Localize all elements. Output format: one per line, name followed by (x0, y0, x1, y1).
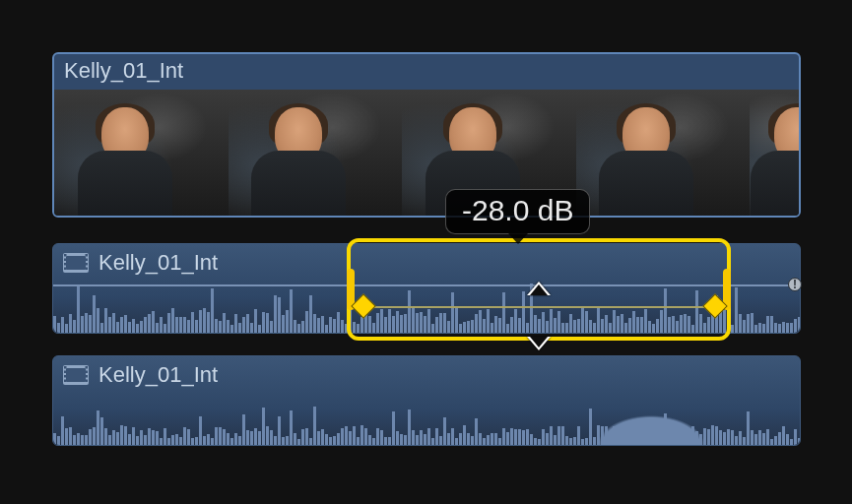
waveform-peak (580, 388, 738, 445)
svg-rect-9 (86, 268, 89, 271)
audio-clip-title: Kelly_01_Int (98, 250, 218, 276)
svg-rect-18 (86, 375, 89, 378)
svg-rect-15 (64, 380, 67, 383)
video-clip[interactable]: Kelly_01_Int (52, 52, 801, 218)
svg-rect-11 (66, 368, 86, 382)
audio-clip-header: Kelly_01_Int (53, 244, 800, 276)
svg-rect-8 (86, 263, 89, 266)
filmstrip-icon (63, 253, 89, 273)
svg-rect-7 (86, 259, 89, 262)
video-thumbnail (54, 90, 229, 216)
video-thumbnail (229, 90, 403, 216)
filmstrip-icon (63, 365, 89, 385)
svg-rect-1 (66, 256, 86, 270)
audio-clip-header: Kelly_01_Int (53, 356, 800, 388)
volume-level-line[interactable] (359, 306, 719, 308)
volume-nudge-down-icon[interactable] (527, 337, 551, 350)
volume-tooltip-value: -28.0 dB (462, 194, 573, 226)
audio-baseline (53, 284, 800, 286)
svg-rect-4 (64, 263, 67, 266)
svg-rect-2 (64, 254, 67, 257)
svg-rect-3 (64, 259, 67, 262)
svg-rect-17 (86, 371, 89, 374)
svg-rect-19 (86, 380, 89, 383)
svg-rect-12 (64, 366, 67, 369)
video-thumbnail (750, 90, 799, 216)
svg-rect-14 (64, 375, 67, 378)
svg-rect-6 (86, 254, 89, 257)
video-thumbnail-strip (54, 90, 799, 216)
timeline-segment: Kelly_01_Int Kelly_01_Int (52, 52, 801, 446)
audio-clip-title: Kelly_01_Int (98, 362, 218, 388)
volume-tooltip: -28.0 dB (445, 189, 590, 234)
svg-rect-16 (86, 366, 89, 369)
svg-rect-5 (64, 268, 67, 271)
video-thumbnail (576, 90, 751, 216)
svg-rect-13 (64, 371, 67, 374)
video-clip-title: Kelly_01_Int (54, 54, 799, 90)
audio-clip[interactable]: Kelly_01_Int (52, 355, 801, 446)
audio-clip[interactable]: Kelly_01_Int -28.0 dB (52, 243, 801, 334)
